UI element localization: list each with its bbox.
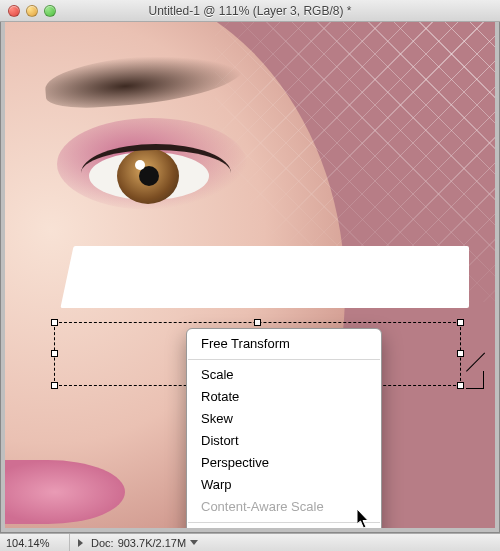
context-menu-item-scale[interactable]: Scale (187, 364, 381, 386)
transform-ref-diamond (466, 371, 484, 389)
context-menu-separator (188, 522, 380, 523)
window-titlebar: Untitled-1 @ 111% (Layer 3, RGB/8) * (0, 0, 500, 22)
transform-handle-w[interactable] (51, 350, 58, 357)
context-menu-item-free-transform[interactable]: Free Transform (187, 333, 381, 355)
doc-value: 903.7K/2.17M (118, 537, 187, 549)
zoom-field[interactable]: 104.14% (0, 534, 70, 551)
doc-label: Doc: (91, 537, 114, 549)
status-bar: 104.14% Doc: 903.7K/2.17M (0, 533, 500, 551)
context-menu-item-rotate-180[interactable]: Rotate 180° (187, 527, 381, 528)
context-menu-separator (188, 359, 380, 360)
popup-down-icon (190, 540, 198, 545)
document-canvas[interactable]: Free TransformScaleRotateSkewDistortPers… (5, 22, 495, 528)
transform-handle-sw[interactable] (51, 382, 58, 389)
context-menu-item-rotate[interactable]: Rotate (187, 386, 381, 408)
transform-handle-n[interactable] (254, 319, 261, 326)
transform-handle-nw[interactable] (51, 319, 58, 326)
popup-right-icon (78, 539, 87, 547)
context-menu-item-distort[interactable]: Distort (187, 430, 381, 452)
doc-size-popup[interactable]: Doc: 903.7K/2.17M (70, 537, 206, 549)
context-menu: Free TransformScaleRotateSkewDistortPers… (186, 328, 382, 528)
layer-shape-box (83, 246, 469, 308)
transform-handle-e[interactable] (457, 350, 464, 357)
workspace: Free TransformScaleRotateSkewDistortPers… (0, 22, 500, 533)
context-menu-item-perspective[interactable]: Perspective (187, 452, 381, 474)
context-menu-item-skew[interactable]: Skew (187, 408, 381, 430)
transform-handle-ne[interactable] (457, 319, 464, 326)
context-menu-item-content-aware-scale: Content-Aware Scale (187, 496, 381, 518)
window-title: Untitled-1 @ 111% (Layer 3, RGB/8) * (0, 4, 500, 18)
transform-handle-se[interactable] (457, 382, 464, 389)
context-menu-item-warp[interactable]: Warp (187, 474, 381, 496)
